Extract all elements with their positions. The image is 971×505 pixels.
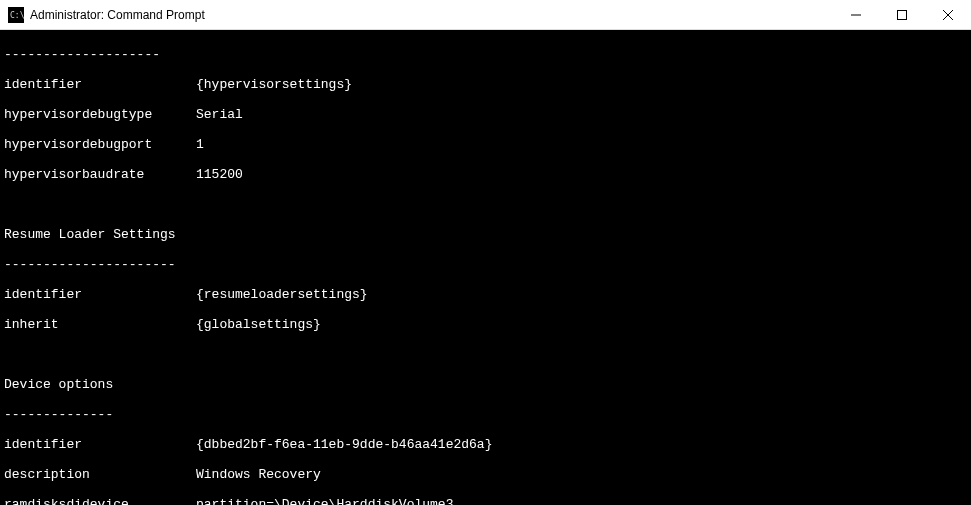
kv-key: identifier (4, 77, 196, 92)
kv-value: 1 (196, 137, 204, 152)
svg-rect-3 (898, 10, 907, 19)
kv-key: hypervisordebugtype (4, 107, 196, 122)
terminal-output[interactable]: -------------------- identifier{hypervis… (0, 30, 971, 505)
close-button[interactable] (925, 0, 971, 29)
kv-value: {hypervisorsettings} (196, 77, 352, 92)
blank-line (4, 197, 971, 212)
kv-key: hypervisorbaudrate (4, 167, 196, 182)
window-controls (833, 0, 971, 29)
kv-row: ramdisksdidevicepartition=\Device\Harddi… (4, 497, 971, 505)
kv-value: Windows Recovery (196, 467, 321, 482)
kv-value: {dbbed2bf-f6ea-11eb-9dde-b46aa41e2d6a} (196, 437, 492, 452)
kv-row: hypervisorbaudrate115200 (4, 167, 971, 182)
kv-key: hypervisordebugport (4, 137, 196, 152)
window-title: Administrator: Command Prompt (30, 8, 833, 22)
kv-key: inherit (4, 317, 196, 332)
maximize-button[interactable] (879, 0, 925, 29)
kv-key: identifier (4, 437, 196, 452)
minimize-button[interactable] (833, 0, 879, 29)
kv-row: identifier{hypervisorsettings} (4, 77, 971, 92)
section-dashes: -------------------- (4, 47, 971, 62)
kv-value: Serial (196, 107, 243, 122)
kv-value: partition=\Device\HarddiskVolume3 (196, 497, 453, 505)
kv-value: {globalsettings} (196, 317, 321, 332)
section-header: Device options (4, 377, 971, 392)
kv-row: hypervisordebugtypeSerial (4, 107, 971, 122)
kv-key: identifier (4, 287, 196, 302)
blank-line (4, 347, 971, 362)
kv-value: 115200 (196, 167, 243, 182)
kv-row: hypervisordebugport1 (4, 137, 971, 152)
kv-row: identifier{resumeloadersettings} (4, 287, 971, 302)
kv-row: identifier{dbbed2bf-f6ea-11eb-9dde-b46aa… (4, 437, 971, 452)
section-dashes: -------------- (4, 407, 971, 422)
svg-text:C:\: C:\ (10, 11, 24, 20)
kv-row: inherit{globalsettings} (4, 317, 971, 332)
cmd-icon: C:\ (8, 7, 24, 23)
kv-key: ramdisksdidevice (4, 497, 196, 505)
titlebar[interactable]: C:\ Administrator: Command Prompt (0, 0, 971, 30)
section-header: Resume Loader Settings (4, 227, 971, 242)
section-dashes: ---------------------- (4, 257, 971, 272)
kv-row: descriptionWindows Recovery (4, 467, 971, 482)
kv-key: description (4, 467, 196, 482)
kv-value: {resumeloadersettings} (196, 287, 368, 302)
